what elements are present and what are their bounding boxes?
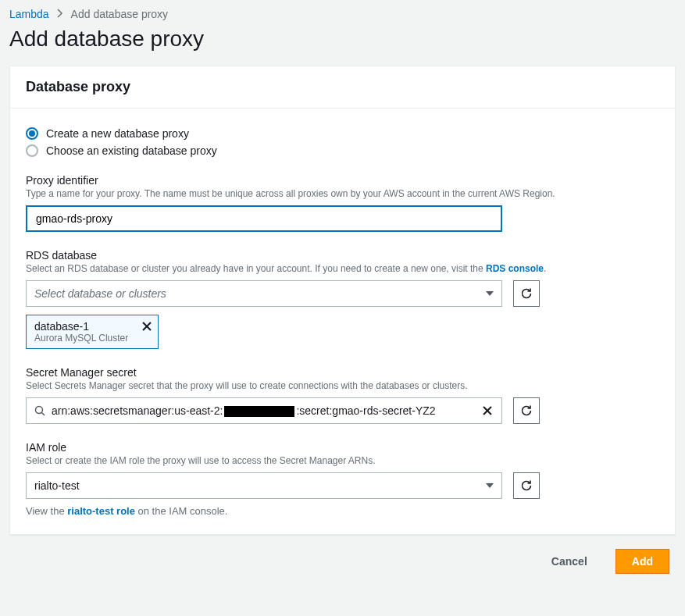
iam-role-select[interactable]: rialto-test <box>26 472 502 499</box>
radio-label: Create a new database proxy <box>46 127 189 140</box>
token-subtitle: Aurora MySQL Cluster <box>34 333 134 344</box>
refresh-icon <box>520 404 533 417</box>
radio-icon <box>26 127 38 140</box>
radio-create-new[interactable]: Create a new database proxy <box>26 127 659 140</box>
redacted-account-id <box>224 406 294 417</box>
panel-title: Database proxy <box>10 66 675 109</box>
iam-view-role-row: View the rialto-test role on the IAM con… <box>26 505 659 517</box>
radio-choose-existing[interactable]: Choose an existing database proxy <box>26 144 659 157</box>
footer-actions: Cancel Add <box>0 535 685 593</box>
secret-help: Select Secrets Manager secret that the p… <box>26 380 659 391</box>
svg-line-1 <box>42 413 45 416</box>
breadcrumb-current: Add database proxy <box>71 8 169 20</box>
search-icon <box>34 405 45 416</box>
breadcrumb-root-link[interactable]: Lambda <box>9 8 49 20</box>
iam-help: Select or create the IAM role the proxy … <box>26 455 659 466</box>
panel-database-proxy: Database proxy Create a new database pro… <box>9 66 676 535</box>
secret-refresh-button[interactable] <box>513 397 540 424</box>
proxy-identifier-field[interactable] <box>34 212 494 226</box>
proxy-identifier-label: Proxy identifier <box>26 174 659 187</box>
chevron-right-icon <box>57 8 63 20</box>
refresh-icon <box>520 287 533 300</box>
radio-icon <box>26 144 38 157</box>
iam-label: IAM role <box>26 441 659 454</box>
rds-console-link[interactable]: RDS console <box>486 263 544 274</box>
rds-help: Select an RDS database or cluster you al… <box>26 263 659 274</box>
rds-placeholder: Select database or clusters <box>34 287 480 300</box>
rds-refresh-button[interactable] <box>513 280 540 307</box>
iam-refresh-button[interactable] <box>513 472 540 499</box>
view-role-link[interactable]: rialto-test role <box>67 505 135 517</box>
add-button[interactable]: Add <box>615 549 669 574</box>
iam-role-value: rialto-test <box>34 479 480 492</box>
clear-icon[interactable] <box>481 404 494 417</box>
proxy-identifier-input[interactable] <box>26 205 502 232</box>
cancel-button[interactable]: Cancel <box>536 549 603 574</box>
proxy-identifier-help: Type a name for your proxy. The name mus… <box>26 188 659 199</box>
radio-label: Choose an existing database proxy <box>46 144 217 157</box>
rds-selected-token: database-1 Aurora MySQL Cluster <box>26 315 159 349</box>
chevron-down-icon <box>486 291 494 296</box>
svg-point-0 <box>36 407 43 414</box>
secret-input[interactable]: arn:aws:secretsmanager:us-east-2::secret… <box>26 397 502 424</box>
secret-value: arn:aws:secretsmanager:us-east-2::secret… <box>52 404 475 417</box>
rds-label: RDS database <box>26 249 659 262</box>
breadcrumb: Lambda Add database proxy <box>0 0 685 20</box>
rds-database-select[interactable]: Select database or clusters <box>26 280 502 307</box>
secret-label: Secret Manager secret <box>26 366 659 379</box>
token-title: database-1 <box>34 320 134 333</box>
close-icon[interactable] <box>141 320 153 333</box>
refresh-icon <box>520 479 533 492</box>
page-title: Add database proxy <box>9 27 676 52</box>
chevron-down-icon <box>486 483 494 488</box>
